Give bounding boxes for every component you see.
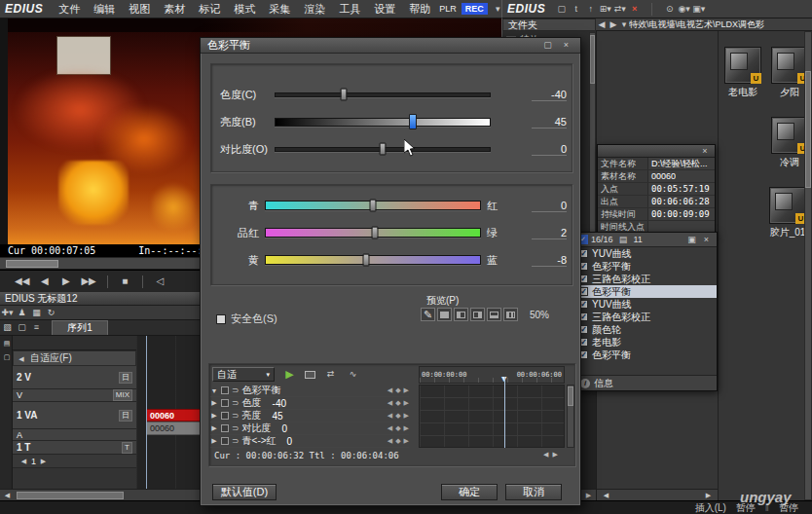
keyframe-row[interactable]: ▶⊃ 色度-40 ◀◆▶ [210, 397, 409, 410]
keyframe-checkbox[interactable] [221, 437, 229, 445]
collapse-icon[interactable]: ◀ [18, 352, 25, 365]
folders-scrollbar[interactable] [589, 32, 596, 246]
record-icon[interactable]: ⊙ [663, 3, 676, 16]
effect-thumbnail[interactable]: U 老电影 [721, 47, 764, 99]
palette-scrollbar[interactable] [804, 31, 812, 500]
preview-stripe-button[interactable] [503, 308, 518, 321]
expander-icon[interactable]: ▶ [210, 437, 218, 445]
prev-keyframe-icon[interactable]: ◀ [388, 399, 392, 407]
play-icon[interactable]: ▶ [283, 368, 296, 381]
menu-item[interactable]: 模式 [227, 1, 262, 18]
panel-icon[interactable]: ▣ [685, 234, 698, 246]
menu-item[interactable]: 编辑 [87, 1, 122, 18]
cyan-red-handle[interactable] [370, 200, 377, 212]
monitor-icon[interactable] [305, 371, 315, 379]
prev-clip-icon[interactable]: ◁ [154, 275, 166, 288]
effect-list-item[interactable]: ✓色彩平衡 [575, 260, 717, 273]
rail-icon[interactable]: ▤ [1, 337, 13, 349]
expander-icon[interactable]: ▼ [210, 387, 218, 394]
magenta-green-value[interactable]: 2 [532, 227, 567, 239]
layout-icon[interactable]: ⊞▾ [599, 3, 611, 16]
add-keyframe-icon[interactable]: ◆ [395, 437, 400, 445]
yellow-blue-handle[interactable] [363, 254, 370, 267]
search-icon[interactable]: ◉▾ [678, 3, 690, 16]
ok-button[interactable]: 确定 [441, 484, 498, 500]
keyframe-row[interactable]: ▶⊃ 对比度0 ◀◆▶ [210, 422, 409, 435]
stop-icon[interactable]: ■ [119, 275, 131, 288]
add-keyframe-icon[interactable]: ◆ [395, 386, 400, 394]
grid-view-icon[interactable]: ▦ [30, 307, 43, 319]
menu-item[interactable]: 标记 [192, 1, 227, 18]
restore-window-icon[interactable]: ▢ [541, 39, 554, 52]
track-header[interactable]: 1 VA 日 [13, 402, 136, 429]
panel-view-icon[interactable]: ▣▾ [692, 3, 705, 16]
expander-icon[interactable]: ▶ [210, 424, 218, 432]
add-keyframe-icon[interactable]: ◆ [395, 412, 400, 420]
keyframe-row[interactable]: ▶⊃ 青<->红0 ◀◆▶ [210, 435, 409, 448]
next-keyframe-icon[interactable]: ▶ [404, 412, 409, 420]
keyframe-vscroll[interactable] [567, 385, 574, 448]
keyframe-checkbox[interactable] [221, 424, 229, 432]
keyframe-row[interactable]: ▶⊃ 亮度45 ◀◆▶ [210, 410, 409, 422]
effect-list-item[interactable]: ✓YUV曲线 [575, 298, 717, 311]
keyframe-checkbox[interactable] [221, 386, 229, 394]
shuttle-right-icon[interactable]: ▶▶ [81, 275, 95, 288]
magenta-green-slider[interactable] [265, 228, 481, 238]
cyan-red-value[interactable]: 0 [532, 200, 567, 212]
safe-color-checkbox[interactable] [216, 314, 226, 324]
effect-list-item[interactable]: ✓三路色彩校正 [575, 273, 717, 285]
yellow-blue-slider[interactable] [265, 255, 481, 265]
preview-split-left-button[interactable] [454, 308, 468, 321]
prev-keyframe-icon[interactable]: ◀ [388, 437, 392, 445]
expander-icon[interactable]: ▶ [210, 399, 218, 407]
next-keyframe-icon[interactable]: ▶ [404, 399, 409, 407]
track-pager[interactable]: ◀ 1 ▶ [13, 455, 136, 468]
export-icon[interactable]: ↑ [584, 3, 597, 16]
prev-icon[interactable]: ◀ [18, 455, 30, 467]
effect-list-item[interactable]: ✓YUV曲线 [575, 247, 717, 260]
effect-list-item[interactable]: ✓颜色轮 [575, 323, 717, 336]
menu-item[interactable]: 工具 [332, 1, 367, 18]
new-bin-icon[interactable]: ▢ [555, 3, 568, 16]
shuttle-left-icon[interactable]: ◀◀ [15, 275, 29, 288]
chroma-slider-handle[interactable] [341, 89, 348, 101]
next-keyframe-icon[interactable]: ▶ [404, 386, 409, 394]
effect-list-item-selected[interactable]: ✓色彩平衡 [575, 285, 717, 298]
contrast-slider-handle[interactable] [380, 143, 387, 156]
preview-zoom-value[interactable]: 50% [530, 310, 549, 320]
capture-icon[interactable]: t [570, 3, 582, 16]
chroma-slider[interactable] [275, 92, 491, 97]
menu-item[interactable]: 文件 [52, 1, 87, 18]
cancel-button[interactable]: 取消 [505, 484, 562, 500]
luminance-slider-handle[interactable] [409, 114, 417, 129]
edit-pencil-button[interactable]: ✎ [421, 308, 435, 321]
track-toggle[interactable]: MIX [113, 389, 132, 401]
luminance-slider[interactable] [275, 118, 491, 127]
prev-keyframe-icon[interactable]: ◀ [388, 412, 392, 420]
timeline-playhead[interactable] [146, 336, 147, 489]
menu-item[interactable]: 采集 [262, 1, 297, 18]
yellow-blue-value[interactable]: -8 [532, 254, 567, 267]
delete-icon[interactable]: × [628, 3, 641, 16]
contrast-slider[interactable] [275, 147, 491, 152]
track-header[interactable]: V MIX [13, 389, 136, 402]
preview-split-right-button[interactable] [470, 308, 485, 321]
info-tab-label[interactable]: 信息 [594, 377, 613, 390]
effect-list-item[interactable]: ✓老电影 [575, 336, 717, 349]
mode-icon[interactable]: ▧ [1, 321, 14, 334]
list-icon[interactable]: ≡ [30, 321, 43, 334]
tool-icon[interactable]: ✚▾ [1, 307, 14, 319]
play-icon[interactable]: ▶ [59, 275, 72, 288]
chroma-value[interactable]: -40 [532, 89, 567, 101]
timeline-hscroll-handle[interactable] [17, 492, 124, 499]
next-keyframe-icon[interactable]: ▶ [404, 424, 409, 432]
menu-item[interactable]: 素材 [157, 1, 192, 18]
keyframe-mode-dropdown[interactable]: 自适 ▾ [212, 367, 275, 382]
user-profile-icon[interactable]: ♟ [16, 307, 28, 319]
preview-split-bottom-button[interactable] [487, 308, 501, 321]
keyframe-hscroll-buttons[interactable]: ◀▶ [543, 451, 558, 459]
keyframe-checkbox[interactable] [221, 412, 229, 420]
curve-icon[interactable]: ∿ [347, 368, 359, 381]
magenta-green-handle[interactable] [372, 227, 379, 239]
luminance-value[interactable]: 45 [532, 116, 567, 128]
